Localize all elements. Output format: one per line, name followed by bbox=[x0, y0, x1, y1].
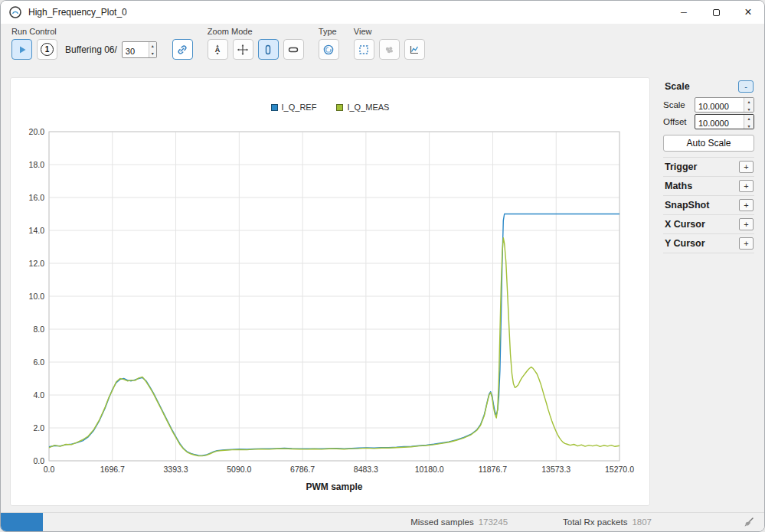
legend-swatch-icon bbox=[336, 104, 343, 111]
sidebar-section-maths: Maths+ bbox=[663, 176, 754, 195]
offset-spinbox[interactable]: ▴ ▾ bbox=[695, 114, 754, 129]
toolbar: Run Control 1 Buffering 06/ ▴ ▾ bbox=[1, 24, 764, 73]
y-tick-label: 6.0 bbox=[33, 357, 44, 367]
scale-spin-arrows: ▴ ▾ bbox=[744, 98, 754, 112]
vertical-zoom-button[interactable] bbox=[258, 39, 279, 60]
y-tick-label: 8.0 bbox=[33, 325, 44, 334]
play-button[interactable] bbox=[11, 39, 32, 60]
section-title: Y Cursor bbox=[665, 238, 705, 249]
sidebar-section-x-cursor: X Cursor+ bbox=[663, 214, 754, 233]
spin-up-icon[interactable]: ▴ bbox=[744, 115, 754, 122]
scale-panel-header: Scale - bbox=[663, 79, 754, 96]
plot-type-button[interactable] bbox=[319, 39, 339, 60]
section-title: SnapShot bbox=[665, 200, 709, 211]
series-i_q_meas bbox=[49, 238, 620, 456]
pan-move-icon bbox=[237, 44, 249, 56]
y-tick-label: 14.0 bbox=[29, 226, 45, 235]
chart-panel: I_Q_REFI_Q_MEAS 0.01696.73393.35090.0678… bbox=[10, 77, 650, 506]
app-window: High_Frequency_Plot_0 ─ × Run Control 1 … bbox=[0, 0, 765, 532]
x-axis-title: PWM sample bbox=[306, 481, 362, 492]
sidebar-sections: Trigger+Maths+SnapShot+X Cursor+Y Cursor… bbox=[663, 157, 754, 253]
legend-swatch-icon bbox=[271, 104, 278, 111]
x-tick-label: 15270.0 bbox=[605, 465, 634, 474]
series-i_q_ref bbox=[49, 214, 620, 456]
zoom-mode-group: Zoom Mode A bbox=[203, 25, 314, 73]
y-tick-label: 10.0 bbox=[29, 292, 45, 301]
offset-input[interactable] bbox=[695, 115, 744, 129]
single-shot-icon: 1 bbox=[41, 43, 54, 56]
minimize-button[interactable]: ─ bbox=[668, 1, 700, 24]
svg-text:A: A bbox=[215, 46, 221, 54]
spin-down-icon[interactable]: ▾ bbox=[149, 50, 156, 57]
missed-samples-status: Missed samples 173245 bbox=[410, 517, 508, 527]
run-control-label: Run Control bbox=[11, 27, 193, 36]
total-rx-status: Total Rx packets 1807 bbox=[563, 517, 652, 527]
spin-down-icon[interactable]: ▾ bbox=[744, 122, 754, 129]
buffer-count-input[interactable] bbox=[123, 42, 149, 57]
scale-collapse-button[interactable]: - bbox=[738, 80, 754, 93]
selection-view-button[interactable] bbox=[354, 39, 374, 60]
link-button[interactable] bbox=[172, 39, 193, 60]
offset-spin-arrows: ▴ ▾ bbox=[744, 115, 754, 129]
line-chart-view-button[interactable] bbox=[404, 39, 425, 60]
scale-field-label: Scale bbox=[663, 100, 685, 109]
auto-fit-button[interactable]: A bbox=[208, 39, 228, 60]
spin-up-icon[interactable]: ▴ bbox=[149, 42, 156, 50]
line-chart-icon bbox=[408, 44, 420, 56]
maximize-icon bbox=[713, 9, 720, 16]
section-title: X Cursor bbox=[665, 219, 705, 230]
y-tick-label: 12.0 bbox=[29, 259, 45, 268]
horizontal-zoom-icon bbox=[287, 44, 299, 56]
buffer-spin-arrows: ▴ ▾ bbox=[149, 42, 156, 57]
y-tick-label: 18.0 bbox=[29, 160, 45, 169]
scale-input[interactable] bbox=[695, 98, 744, 112]
scale-spinbox[interactable]: ▴ ▾ bbox=[695, 97, 754, 113]
expand-button[interactable]: + bbox=[739, 218, 754, 230]
buffering-label: Buffering 06/ bbox=[65, 44, 117, 55]
expand-button[interactable]: + bbox=[739, 161, 754, 173]
x-tick-label: 13573.3 bbox=[541, 465, 570, 474]
x-tick-label: 0.0 bbox=[44, 465, 55, 474]
x-tick-label: 6786.7 bbox=[290, 465, 315, 474]
type-group: Type bbox=[314, 25, 349, 73]
settings-sidebar: Scale - Scale ▴ ▾ Offset ▴ bbox=[663, 79, 754, 253]
x-tick-label: 11876.7 bbox=[479, 465, 507, 474]
scatter-cloud-icon bbox=[383, 44, 395, 56]
plot-type-icon bbox=[322, 44, 335, 56]
main-area: I_Q_REFI_Q_MEAS 0.01696.73393.35090.0678… bbox=[1, 73, 764, 512]
horizontal-zoom-button[interactable] bbox=[283, 39, 304, 60]
y-tick-label: 0.0 bbox=[33, 456, 44, 465]
vertical-zoom-icon bbox=[262, 44, 274, 56]
expand-button[interactable]: + bbox=[739, 199, 754, 211]
expand-button[interactable]: + bbox=[739, 237, 754, 250]
clear-broom-icon[interactable] bbox=[742, 516, 755, 529]
total-rx-value: 1807 bbox=[632, 517, 652, 527]
maximize-button[interactable] bbox=[700, 1, 732, 24]
auto-scale-button[interactable]: Auto Scale bbox=[663, 135, 754, 152]
pan-mode-button[interactable] bbox=[233, 39, 253, 60]
section-title: Maths bbox=[665, 181, 692, 191]
type-label: Type bbox=[319, 27, 339, 36]
offset-row: Offset ▴ ▾ bbox=[663, 114, 754, 129]
spin-up-icon[interactable]: ▴ bbox=[744, 98, 754, 106]
y-tick-label: 20.0 bbox=[29, 127, 45, 136]
buffer-count-spinbox[interactable]: ▴ ▾ bbox=[122, 41, 157, 58]
legend-item-i_q_ref[interactable]: I_Q_REF bbox=[271, 103, 317, 112]
x-tick-label: 3393.3 bbox=[163, 465, 188, 474]
scatter-view-button[interactable] bbox=[379, 39, 400, 60]
total-rx-label: Total Rx packets bbox=[563, 517, 627, 527]
single-shot-button[interactable]: 1 bbox=[37, 39, 57, 60]
view-label: View bbox=[354, 27, 425, 36]
x-tick-label: 8483.3 bbox=[354, 465, 378, 474]
app-logo-icon bbox=[8, 5, 22, 19]
chart-canvas[interactable]: 0.01696.73393.35090.06786.78483.310180.0… bbox=[11, 78, 651, 507]
close-button[interactable]: × bbox=[732, 1, 764, 24]
expand-button[interactable]: + bbox=[739, 180, 754, 192]
y-tick-label: 4.0 bbox=[33, 390, 44, 400]
x-tick-label: 10180.0 bbox=[415, 465, 444, 474]
status-bar: Missed samples 173245 Total Rx packets 1… bbox=[1, 512, 764, 531]
legend-item-i_q_meas[interactable]: I_Q_MEAS bbox=[336, 103, 389, 112]
y-tick-label: 16.0 bbox=[29, 193, 45, 202]
spin-down-icon[interactable]: ▾ bbox=[744, 106, 754, 113]
section-title: Trigger bbox=[665, 162, 697, 172]
